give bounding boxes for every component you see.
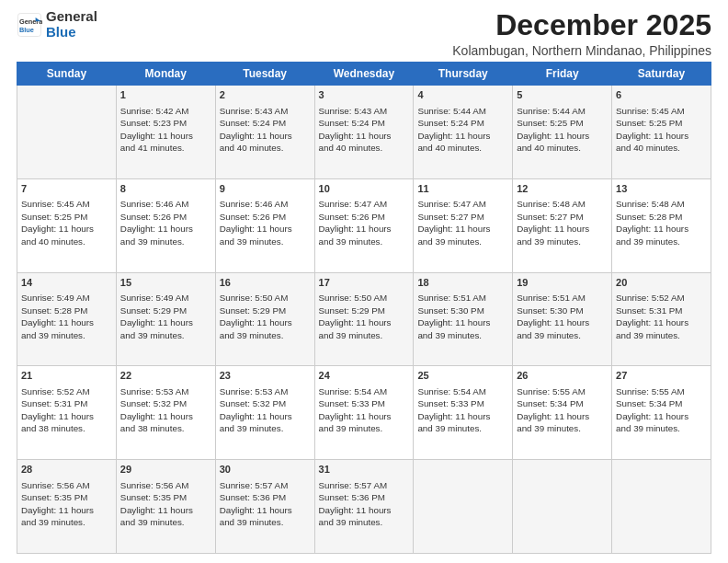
cell-info: Sunrise: 5:44 AM Sunset: 5:25 PM Dayligh… [517, 105, 608, 155]
cell-info: Sunrise: 5:56 AM Sunset: 5:35 PM Dayligh… [21, 479, 112, 529]
cell-info: Sunrise: 5:53 AM Sunset: 5:32 PM Dayligh… [220, 385, 311, 435]
logo-text: General Blue [46, 9, 97, 40]
cell-date: 29 [120, 463, 211, 477]
calendar-cell: 30Sunrise: 5:57 AM Sunset: 5:36 PM Dayli… [215, 460, 314, 554]
calendar-cell: 19Sunrise: 5:51 AM Sunset: 5:30 PM Dayli… [513, 272, 612, 366]
cell-date: 5 [517, 88, 608, 102]
logo-line1: General [46, 9, 97, 25]
calendar-cell: 15Sunrise: 5:49 AM Sunset: 5:29 PM Dayli… [116, 272, 215, 366]
cell-info: Sunrise: 5:57 AM Sunset: 5:36 PM Dayligh… [220, 479, 311, 529]
calendar-cell: 9Sunrise: 5:46 AM Sunset: 5:26 PM Daylig… [215, 178, 314, 272]
cell-info: Sunrise: 5:48 AM Sunset: 5:27 PM Dayligh… [517, 198, 608, 247]
calendar-cell: 17Sunrise: 5:50 AM Sunset: 5:29 PM Dayli… [314, 272, 414, 366]
cell-date: 21 [21, 369, 112, 383]
calendar-cell: 12Sunrise: 5:48 AM Sunset: 5:27 PM Dayli… [513, 178, 612, 272]
calendar-cell: 29Sunrise: 5:56 AM Sunset: 5:35 PM Dayli… [116, 460, 215, 554]
cell-info: Sunrise: 5:47 AM Sunset: 5:27 PM Dayligh… [417, 198, 508, 247]
calendar-cell [414, 460, 513, 554]
calendar-week-0: 1Sunrise: 5:42 AM Sunset: 5:23 PM Daylig… [17, 86, 711, 179]
calendar-table: Sunday Monday Tuesday Wednesday Thursday… [17, 62, 711, 554]
cell-date: 17 [319, 276, 410, 290]
cell-date: 16 [220, 276, 311, 290]
cell-info: Sunrise: 5:52 AM Sunset: 5:31 PM Dayligh… [21, 385, 112, 435]
cell-date: 12 [517, 182, 608, 196]
header: General Blue General Blue December 2025 … [17, 9, 711, 58]
cell-date: 3 [319, 88, 410, 102]
calendar-cell: 8Sunrise: 5:46 AM Sunset: 5:26 PM Daylig… [116, 178, 215, 272]
calendar-header: Sunday Monday Tuesday Wednesday Thursday… [17, 63, 711, 86]
logo-icon: General Blue [17, 12, 42, 38]
cell-info: Sunrise: 5:45 AM Sunset: 5:25 PM Dayligh… [616, 105, 707, 155]
cell-info: Sunrise: 5:55 AM Sunset: 5:34 PM Dayligh… [517, 385, 608, 435]
calendar-week-4: 28Sunrise: 5:56 AM Sunset: 5:35 PM Dayli… [17, 460, 711, 554]
logo-line2: Blue [46, 25, 97, 40]
calendar-cell: 4Sunrise: 5:44 AM Sunset: 5:24 PM Daylig… [414, 86, 513, 179]
calendar-week-1: 7Sunrise: 5:45 AM Sunset: 5:25 PM Daylig… [17, 178, 711, 272]
calendar-cell: 31Sunrise: 5:57 AM Sunset: 5:36 PM Dayli… [314, 460, 414, 554]
calendar-cell: 1Sunrise: 5:42 AM Sunset: 5:23 PM Daylig… [116, 86, 215, 179]
cell-date: 2 [220, 88, 311, 102]
cell-date: 14 [21, 276, 112, 290]
cell-info: Sunrise: 5:44 AM Sunset: 5:24 PM Dayligh… [417, 105, 508, 155]
cell-date: 1 [120, 88, 211, 102]
calendar-cell: 16Sunrise: 5:50 AM Sunset: 5:29 PM Dayli… [215, 272, 314, 366]
cell-date: 31 [319, 463, 410, 477]
cell-date: 9 [220, 182, 311, 196]
cell-info: Sunrise: 5:50 AM Sunset: 5:29 PM Dayligh… [319, 292, 410, 341]
calendar-cell: 3Sunrise: 5:43 AM Sunset: 5:24 PM Daylig… [314, 86, 414, 179]
cell-info: Sunrise: 5:47 AM Sunset: 5:26 PM Dayligh… [319, 198, 410, 247]
col-wednesday: Wednesday [314, 63, 414, 86]
page: General Blue General Blue December 2025 … [0, 0, 728, 563]
calendar-cell: 18Sunrise: 5:51 AM Sunset: 5:30 PM Dayli… [414, 272, 513, 366]
cell-info: Sunrise: 5:57 AM Sunset: 5:36 PM Dayligh… [319, 479, 410, 529]
calendar-cell: 2Sunrise: 5:43 AM Sunset: 5:24 PM Daylig… [215, 86, 314, 179]
col-tuesday: Tuesday [215, 63, 314, 86]
col-thursday: Thursday [414, 63, 513, 86]
calendar-cell: 21Sunrise: 5:52 AM Sunset: 5:31 PM Dayli… [17, 366, 117, 460]
calendar-cell [17, 86, 117, 179]
calendar-cell [513, 460, 612, 554]
calendar-cell: 7Sunrise: 5:45 AM Sunset: 5:25 PM Daylig… [17, 178, 117, 272]
calendar-cell: 24Sunrise: 5:54 AM Sunset: 5:33 PM Dayli… [314, 366, 414, 460]
cell-date: 23 [220, 369, 311, 383]
col-friday: Friday [513, 63, 612, 86]
cell-date: 19 [517, 276, 608, 290]
calendar-cell [612, 460, 711, 554]
calendar-week-2: 14Sunrise: 5:49 AM Sunset: 5:28 PM Dayli… [17, 272, 711, 366]
cell-info: Sunrise: 5:48 AM Sunset: 5:28 PM Dayligh… [616, 198, 707, 247]
cell-info: Sunrise: 5:53 AM Sunset: 5:32 PM Dayligh… [120, 385, 211, 435]
cell-date: 15 [120, 276, 211, 290]
cell-info: Sunrise: 5:49 AM Sunset: 5:28 PM Dayligh… [21, 292, 112, 341]
col-sunday: Sunday [17, 63, 117, 86]
calendar-cell: 22Sunrise: 5:53 AM Sunset: 5:32 PM Dayli… [116, 366, 215, 460]
cell-info: Sunrise: 5:45 AM Sunset: 5:25 PM Dayligh… [21, 198, 112, 247]
cell-info: Sunrise: 5:46 AM Sunset: 5:26 PM Dayligh… [220, 198, 311, 247]
cell-date: 6 [616, 88, 707, 102]
cell-date: 25 [417, 369, 508, 383]
calendar-cell: 6Sunrise: 5:45 AM Sunset: 5:25 PM Daylig… [612, 86, 711, 179]
cell-info: Sunrise: 5:46 AM Sunset: 5:26 PM Dayligh… [120, 198, 211, 247]
col-saturday: Saturday [612, 63, 711, 86]
calendar-cell: 13Sunrise: 5:48 AM Sunset: 5:28 PM Dayli… [612, 178, 711, 272]
cell-date: 10 [319, 182, 410, 196]
calendar-cell: 14Sunrise: 5:49 AM Sunset: 5:28 PM Dayli… [17, 272, 117, 366]
calendar-cell: 25Sunrise: 5:54 AM Sunset: 5:33 PM Dayli… [414, 366, 513, 460]
cell-info: Sunrise: 5:52 AM Sunset: 5:31 PM Dayligh… [616, 292, 707, 341]
cell-info: Sunrise: 5:43 AM Sunset: 5:24 PM Dayligh… [319, 105, 410, 155]
cell-info: Sunrise: 5:43 AM Sunset: 5:24 PM Dayligh… [220, 105, 311, 155]
subtitle: Kolambugan, Northern Mindanao, Philippin… [452, 43, 711, 58]
svg-text:Blue: Blue [19, 26, 34, 34]
calendar-cell: 23Sunrise: 5:53 AM Sunset: 5:32 PM Dayli… [215, 366, 314, 460]
cell-info: Sunrise: 5:51 AM Sunset: 5:30 PM Dayligh… [417, 292, 508, 341]
cell-date: 13 [616, 182, 707, 196]
calendar-body: 1Sunrise: 5:42 AM Sunset: 5:23 PM Daylig… [17, 86, 711, 554]
header-row: Sunday Monday Tuesday Wednesday Thursday… [17, 63, 711, 86]
calendar-cell: 11Sunrise: 5:47 AM Sunset: 5:27 PM Dayli… [414, 178, 513, 272]
main-title: December 2025 [452, 9, 711, 41]
cell-info: Sunrise: 5:50 AM Sunset: 5:29 PM Dayligh… [220, 292, 311, 341]
title-block: December 2025 Kolambugan, Northern Minda… [452, 9, 711, 58]
cell-date: 27 [616, 369, 707, 383]
cell-date: 4 [417, 88, 508, 102]
calendar-week-3: 21Sunrise: 5:52 AM Sunset: 5:31 PM Dayli… [17, 366, 711, 460]
calendar-cell: 27Sunrise: 5:55 AM Sunset: 5:34 PM Dayli… [612, 366, 711, 460]
